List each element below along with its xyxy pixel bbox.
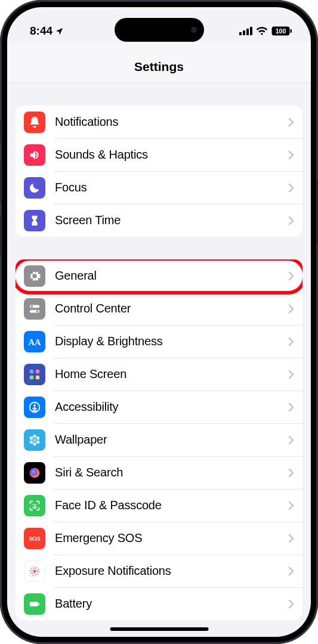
svg-rect-13 xyxy=(36,369,39,373)
svg-rect-2 xyxy=(246,29,249,35)
chevron-right-icon xyxy=(288,468,294,478)
sounds-icon xyxy=(24,144,45,166)
exposure-icon xyxy=(24,561,45,582)
chevron-right-icon xyxy=(288,534,294,543)
svg-rect-5 xyxy=(291,29,292,33)
svg-text:SOS: SOS xyxy=(29,535,40,542)
settings-row-general[interactable]: General xyxy=(16,259,302,292)
settings-row-wallpaper[interactable]: Wallpaper xyxy=(16,423,302,456)
location-icon xyxy=(55,27,64,36)
settings-row-label: Exposure Notifications xyxy=(55,564,288,578)
settings-row-exposure[interactable]: Exposure Notifications xyxy=(16,555,302,587)
settings-row-homescreen[interactable]: Home Screen xyxy=(16,358,302,391)
chevron-right-icon xyxy=(288,117,294,127)
wifi-icon xyxy=(256,27,268,35)
cellular-icon xyxy=(239,27,252,35)
svg-point-19 xyxy=(33,435,36,437)
svg-rect-32 xyxy=(30,602,39,606)
settings-row-display[interactable]: AA Display & Brightness xyxy=(16,325,302,358)
settings-row-siri[interactable]: Siri & Search xyxy=(16,456,302,489)
navbar: Settings xyxy=(7,43,311,83)
settings-row-label: General xyxy=(55,269,288,283)
controlcenter-icon xyxy=(24,298,45,320)
settings-row-label: Wallpaper xyxy=(55,433,288,447)
settings-row-battery[interactable]: Battery xyxy=(16,587,302,620)
svg-point-10 xyxy=(36,310,39,312)
battery-icon xyxy=(24,593,45,615)
svg-rect-14 xyxy=(30,375,33,379)
page-title: Settings xyxy=(134,60,184,73)
accessibility-icon xyxy=(24,397,45,418)
settings-row-label: Siri & Search xyxy=(55,466,288,479)
chevron-right-icon xyxy=(288,566,294,576)
svg-point-24 xyxy=(30,436,33,439)
settings-row-screentime[interactable]: Screen Time xyxy=(16,204,302,237)
settings-row-focus[interactable]: Focus xyxy=(16,171,302,204)
chevron-right-icon xyxy=(288,271,294,281)
settings-row-accessibility[interactable]: Accessibility xyxy=(16,391,302,423)
mute-switch xyxy=(0,119,1,143)
svg-point-25 xyxy=(30,467,40,478)
chevron-right-icon xyxy=(288,599,294,609)
settings-row-label: Battery xyxy=(55,597,288,611)
chevron-right-icon xyxy=(288,183,294,193)
svg-point-23 xyxy=(30,441,33,443)
settings-row-label: Emergency SOS xyxy=(55,531,288,545)
settings-group: Notifications Sounds & Haptics Focus Scr… xyxy=(16,106,302,237)
battery-icon: 100 xyxy=(271,26,292,36)
svg-rect-1 xyxy=(243,30,245,35)
svg-point-17 xyxy=(33,404,36,406)
svg-text:AA: AA xyxy=(28,337,41,346)
focus-icon xyxy=(24,177,45,199)
chevron-right-icon xyxy=(288,501,294,510)
siri-icon xyxy=(24,462,45,484)
volume-up-button xyxy=(0,161,1,203)
homescreen-icon xyxy=(24,364,45,385)
wallpaper-icon xyxy=(24,429,45,451)
svg-rect-3 xyxy=(250,27,252,35)
volume-down-button xyxy=(0,215,1,256)
notifications-icon xyxy=(24,112,45,133)
chevron-right-icon xyxy=(288,435,294,445)
chevron-right-icon xyxy=(288,216,294,225)
svg-rect-0 xyxy=(239,32,242,35)
settings-row-label: Control Center xyxy=(55,302,288,315)
chevron-right-icon xyxy=(288,150,294,160)
svg-point-26 xyxy=(32,504,33,505)
screen: 8:44 100 Settings Notifications Soun xyxy=(7,7,311,637)
settings-group: General Control Center AA Display & Brig… xyxy=(16,259,302,620)
settings-row-sounds[interactable]: Sounds & Haptics xyxy=(16,138,302,171)
svg-point-20 xyxy=(37,436,39,439)
settings-row-notifications[interactable]: Notifications xyxy=(16,106,302,138)
svg-rect-12 xyxy=(30,369,33,373)
status-time: 8:44 xyxy=(30,24,53,38)
svg-point-27 xyxy=(36,504,37,505)
settings-row-label: Focus xyxy=(55,181,288,194)
chevron-right-icon xyxy=(288,402,294,412)
settings-row-faceid[interactable]: Face ID & Passcode xyxy=(16,489,302,522)
settings-row-label: Accessibility xyxy=(55,400,288,414)
sos-icon: SOS xyxy=(24,528,45,549)
settings-row-label: Notifications xyxy=(55,115,288,129)
settings-row-sos[interactable]: SOS Emergency SOS xyxy=(16,522,302,555)
faceid-icon xyxy=(24,495,45,516)
phone-frame: 8:44 100 Settings Notifications Soun xyxy=(0,0,318,644)
display-icon: AA xyxy=(24,331,45,352)
svg-rect-33 xyxy=(39,603,40,605)
svg-point-22 xyxy=(33,442,36,445)
settings-row-label: Face ID & Passcode xyxy=(55,499,288,512)
settings-row-controlcenter[interactable]: Control Center xyxy=(16,292,302,325)
settings-row-label: Display & Brightness xyxy=(55,335,288,348)
settings-row-label: Sounds & Haptics xyxy=(55,148,288,162)
svg-point-8 xyxy=(31,305,33,308)
general-icon xyxy=(24,265,45,287)
svg-point-21 xyxy=(37,441,39,443)
settings-list[interactable]: Notifications Sounds & Haptics Focus Scr… xyxy=(7,83,311,620)
chevron-right-icon xyxy=(288,370,294,379)
svg-point-31 xyxy=(33,569,36,572)
settings-row-label: Screen Time xyxy=(55,213,288,227)
svg-text:100: 100 xyxy=(276,27,286,35)
home-indicator[interactable] xyxy=(110,627,208,631)
svg-rect-15 xyxy=(36,375,39,379)
settings-row-label: Home Screen xyxy=(55,367,288,381)
